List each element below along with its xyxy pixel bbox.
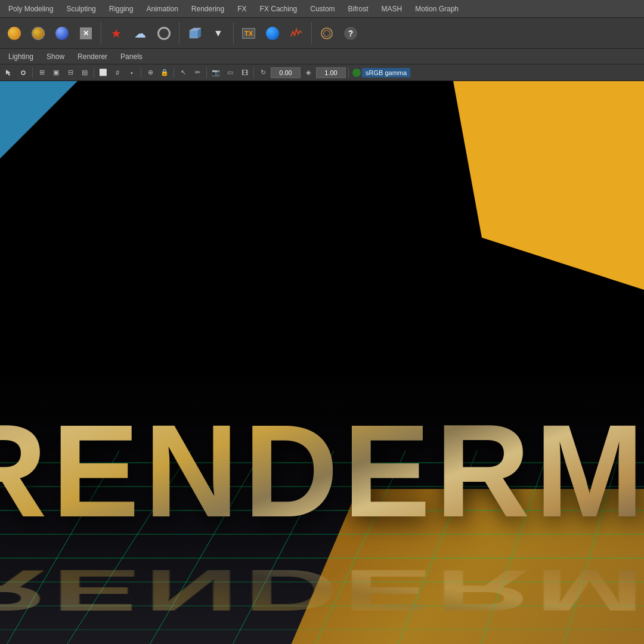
sep3 bbox=[233, 22, 234, 45]
blue-sphere-btn[interactable] bbox=[262, 23, 283, 44]
sep1 bbox=[101, 22, 101, 45]
smooth-sphere-btn[interactable] bbox=[51, 23, 73, 44]
cube-icon-btn[interactable]: ⬜ bbox=[97, 66, 110, 79]
toolbar-row: ✕ ★ ☁ ▼ TX ? bbox=[0, 18, 644, 49]
tab-mash[interactable]: MASH bbox=[376, 2, 408, 16]
renderman-3d-text: RENDERMAN bbox=[0, 405, 644, 537]
svg-rect-0 bbox=[190, 30, 197, 38]
lock-btn[interactable]: 🔒 bbox=[158, 66, 171, 79]
wave-btn[interactable] bbox=[286, 23, 307, 44]
star-btn[interactable]: ★ bbox=[106, 23, 127, 44]
star-icon: ★ bbox=[111, 26, 122, 41]
tab-motion-graph[interactable]: Motion Graph bbox=[409, 2, 465, 16]
tab-custom[interactable]: Custom bbox=[304, 2, 340, 16]
layout-btn[interactable]: ▤ bbox=[78, 66, 91, 79]
tx-btn[interactable]: TX bbox=[238, 23, 259, 44]
sphere-shading-btn[interactable] bbox=[4, 23, 25, 44]
svg-point-4 bbox=[21, 71, 25, 75]
statusbar-sep4 bbox=[174, 67, 174, 78]
menu-lighting[interactable]: Lighting bbox=[4, 51, 38, 63]
statusbar-sep7 bbox=[348, 67, 349, 78]
top-menubar: Poly Modeling Sculpting Rigging Animatio… bbox=[0, 0, 644, 18]
split-h-btn[interactable]: ⊟ bbox=[64, 66, 77, 79]
move-btn[interactable] bbox=[17, 66, 30, 79]
menu-panels[interactable]: Panels bbox=[116, 51, 147, 63]
scale-input[interactable] bbox=[316, 67, 346, 78]
statusbar-sep5 bbox=[206, 67, 207, 78]
color-indicator[interactable] bbox=[352, 69, 361, 77]
svg-point-3 bbox=[321, 28, 332, 39]
tab-rendering[interactable]: Rendering bbox=[185, 2, 230, 16]
dotted-sphere-btn[interactable] bbox=[27, 23, 49, 44]
box-btn[interactable] bbox=[184, 23, 205, 44]
statusbar-sep1 bbox=[32, 67, 33, 78]
sep2 bbox=[179, 22, 179, 45]
ring-btn[interactable] bbox=[153, 23, 175, 44]
viewport[interactable]: RENDERMAN RENDERMAN bbox=[0, 81, 644, 644]
wrench-btn[interactable] bbox=[316, 23, 338, 44]
question-icon: ? bbox=[344, 27, 357, 40]
tab-animation[interactable]: Animation bbox=[140, 2, 184, 16]
tab-poly-modeling[interactable]: Poly Modeling bbox=[2, 2, 59, 16]
statusbar-sep3 bbox=[141, 67, 141, 78]
tab-fx-caching[interactable]: FX Caching bbox=[254, 2, 304, 16]
rect-btn[interactable]: ▭ bbox=[224, 66, 237, 79]
color-space-label[interactable]: sRGB gamma bbox=[362, 68, 410, 78]
arrow-down-btn[interactable]: ▼ bbox=[208, 23, 229, 44]
rotate-input[interactable] bbox=[271, 67, 301, 78]
box-x-btn[interactable]: ✕ bbox=[75, 23, 97, 44]
magnet-btn[interactable]: ⊕ bbox=[144, 66, 157, 79]
blue-sphere-icon bbox=[266, 27, 279, 40]
select-btn[interactable] bbox=[2, 66, 16, 79]
question-btn[interactable]: ? bbox=[340, 23, 361, 44]
pencil-btn[interactable]: ✏ bbox=[191, 66, 204, 79]
between-icon: ◈ bbox=[302, 66, 315, 79]
renderman-reflection: RENDERMAN bbox=[0, 561, 644, 620]
cloud-icon: ☁ bbox=[134, 26, 146, 41]
grid-btn[interactable]: # bbox=[111, 66, 124, 79]
cube-icon bbox=[188, 27, 201, 40]
refresh-btn[interactable]: ↻ bbox=[256, 66, 270, 79]
viewport-statusbar: ⊞ ▣ ⊟ ▤ ⬜ # • ⊕ 🔒 ↖ ✏ 📷 ▭ 🎞 ↻ ◈ sRGB gam… bbox=[0, 64, 644, 81]
arrow-down-icon: ▼ bbox=[213, 28, 223, 39]
tab-fx[interactable]: FX bbox=[231, 2, 252, 16]
camera-btn[interactable]: 📷 bbox=[209, 66, 222, 79]
statusbar-sep2 bbox=[94, 67, 94, 78]
tab-sculpting[interactable]: Sculpting bbox=[60, 2, 101, 16]
sep4 bbox=[311, 22, 312, 45]
cloud-btn[interactable]: ☁ bbox=[129, 23, 151, 44]
tx-icon: TX bbox=[242, 28, 255, 39]
wave-icon bbox=[290, 27, 303, 40]
single-panel-btn[interactable]: ▣ bbox=[49, 66, 63, 79]
grid-4-btn[interactable]: ⊞ bbox=[35, 66, 48, 79]
film-btn[interactable]: 🎞 bbox=[238, 66, 251, 79]
menu-renderer[interactable]: Renderer bbox=[73, 51, 112, 63]
statusbar-sep6 bbox=[253, 67, 254, 78]
dot-btn[interactable]: • bbox=[125, 66, 138, 79]
cursor-btn[interactable]: ↖ bbox=[177, 66, 190, 79]
tab-bifrost[interactable]: Bifrost bbox=[342, 2, 374, 16]
tab-rigging[interactable]: Rigging bbox=[103, 2, 140, 16]
menu-show[interactable]: Show bbox=[42, 51, 69, 63]
second-menubar: Lighting Show Renderer Panels bbox=[0, 49, 644, 64]
wrench-icon bbox=[320, 27, 333, 40]
